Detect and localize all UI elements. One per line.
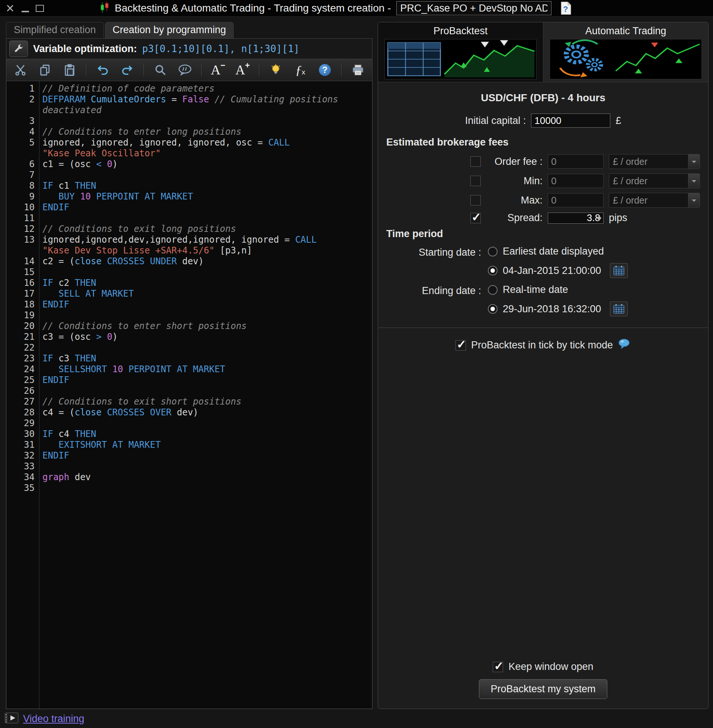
- system-name-input[interactable]: [396, 1, 552, 15]
- code-line[interactable]: "Kase Dev Stop Lisse +SAR+4.5/6" [p3,n]: [42, 245, 372, 256]
- code-line[interactable]: IF c2 THEN: [42, 277, 372, 288]
- backtest-panel: ProBacktest Automatic Trading: [378, 22, 709, 709]
- increase-font-icon[interactable]: A+: [234, 61, 251, 79]
- tab-simplified-creation[interactable]: Simplified creation: [6, 22, 104, 38]
- code-line[interactable]: // Conditions to enter long positions: [42, 127, 372, 137]
- code-line[interactable]: [42, 213, 372, 224]
- code-line[interactable]: SELL AT MARKET: [42, 288, 372, 299]
- spread-unit: pips: [609, 212, 700, 224]
- document-help-icon[interactable]: ?: [560, 1, 572, 15]
- calendar-icon[interactable]: [610, 263, 628, 278]
- code-line[interactable]: ENDIF: [42, 299, 372, 310]
- code-line[interactable]: deactivated: [42, 105, 372, 116]
- code-line[interactable]: IF c4 THEN: [42, 429, 372, 440]
- earliest-date-radio[interactable]: [488, 247, 498, 257]
- close-icon[interactable]: ×: [6, 1, 14, 15]
- code-line[interactable]: ENDIF: [42, 375, 372, 386]
- print-icon[interactable]: [350, 61, 366, 79]
- tab-creation-by-programming[interactable]: Creation by programming: [105, 22, 234, 38]
- start-date-value[interactable]: 04-Jan-2015 21:00:00: [503, 265, 601, 276]
- code-editor[interactable]: 1234567891011121314151617181920212223242…: [6, 81, 373, 709]
- code-line[interactable]: "Kase Peak Oscillator": [42, 148, 372, 159]
- code-line[interactable]: [42, 310, 372, 321]
- variable-optimization-value[interactable]: p3[0.1;10][0.1], n[1;30][1]: [142, 43, 300, 54]
- code-line[interactable]: c4 = (close CROSSES OVER dev): [42, 407, 372, 418]
- code-line[interactable]: ENDIF: [42, 451, 372, 461]
- code-area[interactable]: // Definition of code parametersDEFPARAM…: [39, 81, 372, 709]
- code-line[interactable]: ENDIF: [42, 202, 372, 213]
- line-number: 9: [6, 191, 39, 202]
- minimize-icon[interactable]: [22, 11, 29, 12]
- maximize-icon[interactable]: [36, 5, 44, 12]
- min-fee-checkbox[interactable]: [470, 176, 481, 186]
- code-line[interactable]: EXITSHORT AT MARKET: [42, 440, 372, 451]
- code-line[interactable]: [42, 386, 372, 396]
- hint-lightbulb-icon[interactable]: [267, 61, 284, 79]
- max-fee-input[interactable]: [548, 193, 604, 207]
- line-number: [6, 105, 39, 116]
- code-line[interactable]: IF c1 THEN: [42, 181, 372, 191]
- max-fee-unit-select[interactable]: £ / order: [609, 193, 700, 208]
- end-date-value[interactable]: 29-Jun-2018 16:32:00: [503, 303, 601, 315]
- copy-icon[interactable]: [37, 61, 53, 79]
- code-line[interactable]: ignored, ignored, ignored, ignored, osc …: [42, 137, 372, 148]
- spread-stepper[interactable]: [548, 212, 604, 224]
- tab-automatic-trading[interactable]: Automatic Trading: [543, 22, 708, 82]
- code-line[interactable]: SELLSHORT 10 PERPOINT AT MARKET: [42, 364, 372, 375]
- spread-input[interactable]: [548, 212, 604, 224]
- code-line[interactable]: ignored,ignored,dev,ignored,ignored, ign…: [42, 234, 372, 245]
- decrease-font-icon[interactable]: A−: [210, 61, 226, 79]
- keep-window-checkbox[interactable]: [493, 662, 503, 672]
- paste-icon[interactable]: [61, 61, 78, 79]
- spread-checkbox[interactable]: [470, 213, 481, 223]
- redo-icon[interactable]: [119, 61, 136, 79]
- line-number: 23: [6, 353, 39, 364]
- code-line[interactable]: c3 = (osc > 0): [42, 332, 372, 342]
- start-date-radio[interactable]: [488, 266, 498, 275]
- realtime-date-radio[interactable]: [488, 285, 498, 295]
- code-line[interactable]: graph dev: [42, 472, 372, 483]
- code-line[interactable]: [42, 170, 372, 181]
- min-fee-unit-select[interactable]: £ / order: [609, 173, 700, 188]
- wrench-icon[interactable]: [9, 40, 28, 57]
- code-line[interactable]: // Conditions to exit short positions: [42, 396, 372, 407]
- probacktest-my-system-button[interactable]: ProBacktest my system: [479, 679, 607, 699]
- code-line[interactable]: [42, 461, 372, 472]
- line-number: 4: [6, 127, 39, 137]
- order-fee-input[interactable]: [548, 154, 604, 169]
- titlebar: × Backtesting & Automatic Trading - Trad…: [0, 0, 713, 17]
- cut-icon[interactable]: [12, 61, 29, 79]
- stepper-arrows-icon[interactable]: [596, 213, 602, 222]
- video-training-link[interactable]: Video training: [23, 713, 85, 725]
- end-date-radio[interactable]: [488, 304, 498, 314]
- code-line[interactable]: // Conditions to exit long positions: [42, 224, 372, 234]
- code-line[interactable]: [42, 483, 372, 494]
- calendar-icon[interactable]: [610, 301, 628, 316]
- help-icon[interactable]: ?: [317, 61, 333, 79]
- instrument-title: USD/CHF (DFB) - 4 hours: [386, 92, 700, 104]
- line-number: 27: [6, 396, 39, 407]
- tab-probacktest[interactable]: ProBacktest: [378, 22, 543, 82]
- code-line[interactable]: IF c3 THEN: [42, 353, 372, 364]
- initial-capital-input[interactable]: [531, 113, 610, 128]
- code-line[interactable]: // Definition of code parameters: [42, 84, 372, 94]
- tick-mode-checkbox[interactable]: [455, 340, 466, 351]
- order-fee-checkbox[interactable]: [470, 156, 481, 167]
- code-line[interactable]: DEFPARAM CumulateOrders = False // Cumul…: [42, 94, 372, 105]
- code-line[interactable]: BUY 10 PERPOINT AT MARKET: [42, 191, 372, 202]
- insert-function-icon[interactable]: ƒx: [292, 61, 309, 79]
- code-line[interactable]: c2 = (close CROSSES UNDER dev): [42, 256, 372, 267]
- min-fee-input[interactable]: [548, 174, 604, 188]
- code-line[interactable]: [42, 116, 372, 127]
- code-line[interactable]: // Conditions to enter short positions: [42, 321, 372, 332]
- max-fee-checkbox[interactable]: [470, 195, 481, 206]
- code-line[interactable]: [42, 342, 372, 353]
- undo-icon[interactable]: [94, 61, 111, 79]
- code-line[interactable]: [42, 418, 372, 429]
- search-icon[interactable]: [152, 61, 169, 79]
- code-line[interactable]: c1 = (osc < 0): [42, 159, 372, 170]
- code-line[interactable]: [42, 267, 372, 277]
- order-fee-unit-select[interactable]: £ / order: [609, 154, 700, 169]
- comment-icon[interactable]: [177, 61, 193, 79]
- speech-bubble-icon[interactable]: [618, 338, 631, 352]
